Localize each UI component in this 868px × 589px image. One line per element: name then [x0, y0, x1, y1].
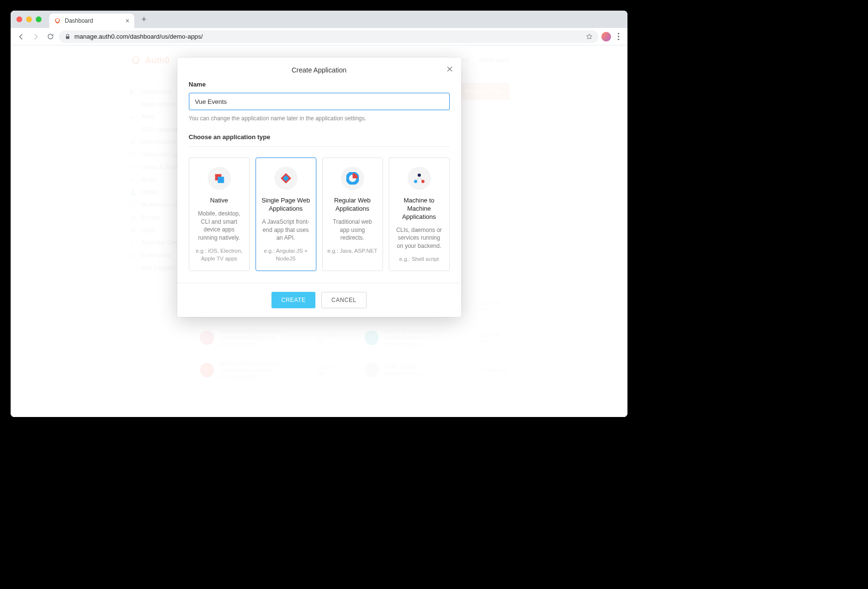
reload-icon	[47, 33, 54, 40]
bookmark-star-icon[interactable]	[586, 33, 593, 40]
browser-tab[interactable]: Dashboard ×	[49, 14, 134, 28]
name-label: Name	[189, 81, 450, 88]
modal-close-button[interactable]	[445, 64, 455, 74]
m2m-icon	[408, 167, 431, 190]
type-section-label: Choose an application type	[189, 133, 450, 147]
tab-title: Dashboard	[65, 17, 93, 24]
reload-button[interactable]	[44, 31, 56, 43]
create-button[interactable]: CREATE	[271, 292, 315, 308]
arrow-right-icon	[32, 33, 40, 41]
svg-point-7	[421, 180, 425, 183]
minimize-window-button[interactable]	[26, 16, 32, 22]
modal-title: Create Application	[292, 66, 347, 74]
close-window-button[interactable]	[16, 16, 22, 22]
regular-icon	[341, 167, 364, 190]
new-tab-button[interactable]: +	[138, 14, 150, 25]
application-type-cards: Native Mobile, desktop, CLI and smart de…	[189, 158, 450, 271]
svg-point-6	[414, 180, 417, 183]
lock-icon	[65, 34, 71, 40]
forward-button[interactable]	[30, 31, 42, 43]
application-name-input[interactable]	[189, 93, 450, 110]
app-type-card-m2m[interactable]: Machine to Machine Applications CLIs, da…	[389, 158, 450, 271]
app-type-card-native[interactable]: Native Mobile, desktop, CLI and smart de…	[189, 158, 250, 271]
browser-tabbar: Dashboard × +	[11, 11, 627, 28]
arrow-left-icon	[17, 33, 25, 41]
app-type-card-spa[interactable]: Single Page Web Applications A JavaScrip…	[256, 158, 316, 271]
back-button[interactable]	[15, 31, 27, 43]
cancel-button[interactable]: CANCEL	[321, 292, 367, 308]
url-text: manage.auth0.com/dashboard/us/demo-apps/	[74, 33, 203, 40]
app-type-card-regular[interactable]: Regular Web Applications Traditional web…	[322, 158, 383, 271]
create-application-modal: Create Application Name You can change t…	[177, 57, 461, 317]
close-tab-icon[interactable]: ×	[126, 17, 129, 25]
browser-toolbar: manage.auth0.com/dashboard/us/demo-apps/	[11, 28, 627, 45]
maximize-window-button[interactable]	[36, 16, 42, 22]
close-icon	[446, 66, 453, 72]
profile-avatar[interactable]	[601, 32, 611, 42]
spa-icon	[274, 167, 298, 190]
window-controls	[15, 16, 44, 22]
address-bar[interactable]: manage.auth0.com/dashboard/us/demo-apps/	[59, 30, 598, 43]
auth0-favicon-icon	[54, 17, 61, 24]
svg-rect-1	[217, 177, 224, 183]
name-helper-text: You can change the application name late…	[189, 115, 450, 122]
native-icon	[208, 167, 231, 190]
browser-menu-button[interactable]	[614, 33, 623, 40]
svg-point-5	[417, 173, 421, 177]
